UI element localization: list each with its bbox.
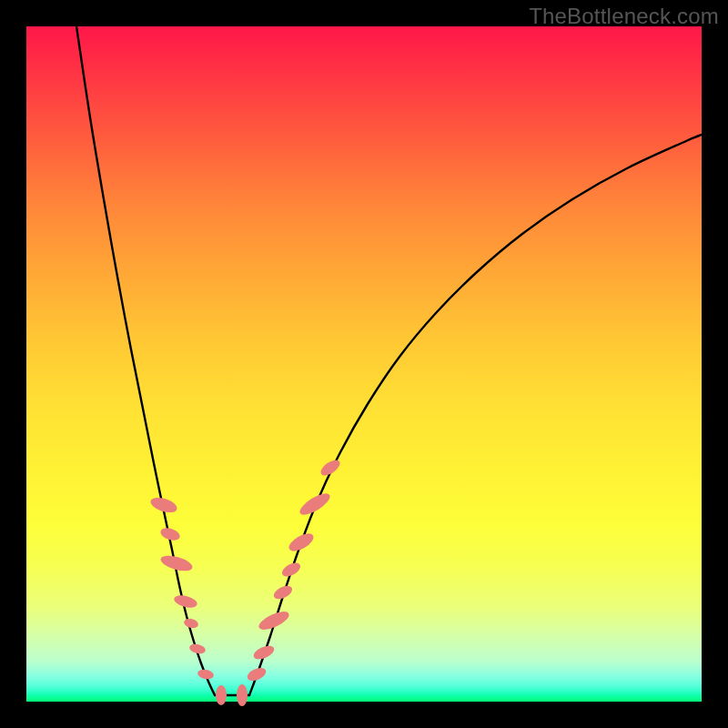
curve-marker [318, 457, 343, 479]
bottleneck-path [76, 26, 702, 695]
curve-marker [297, 490, 333, 519]
curve-marker [246, 665, 268, 683]
curve-marker [188, 642, 207, 655]
chart-frame: TheBottleneck.com [0, 0, 728, 728]
curve-marker [216, 685, 227, 705]
curve-layer [26, 26, 702, 702]
bottleneck-curve [76, 26, 702, 695]
curve-marker [173, 593, 198, 610]
watermark-text: TheBottleneck.com [529, 4, 719, 29]
curve-marker [287, 530, 317, 554]
curve-marker [237, 684, 248, 706]
curve-marker [197, 668, 215, 681]
curve-marker [252, 643, 277, 662]
curve-marker [257, 608, 292, 633]
curve-marker [183, 617, 199, 630]
curve-marker [279, 561, 302, 580]
